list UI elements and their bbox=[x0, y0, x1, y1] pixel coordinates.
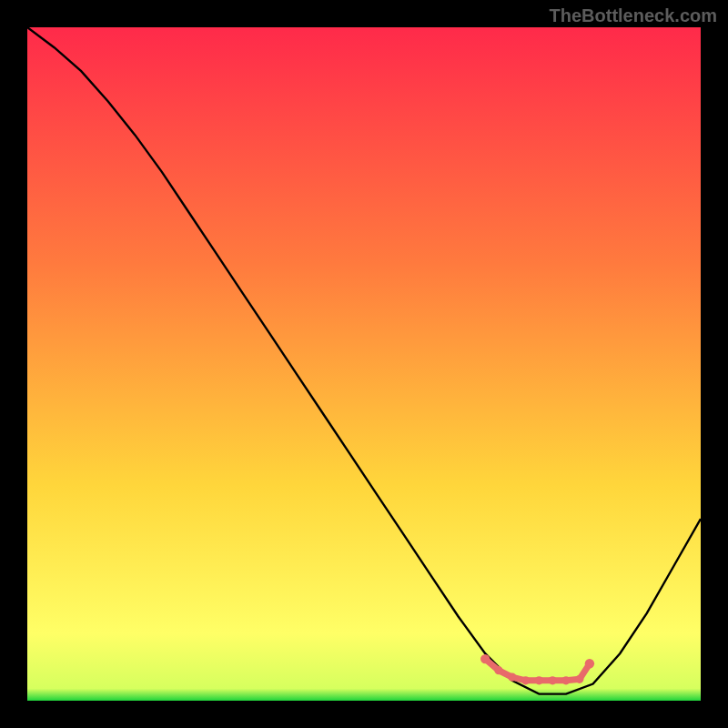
marker-dot bbox=[549, 676, 557, 684]
marker-dot bbox=[585, 659, 594, 668]
marker-dot bbox=[494, 666, 502, 674]
marker-dot bbox=[480, 654, 490, 663]
marker-dot bbox=[535, 676, 543, 684]
plot-area bbox=[27, 27, 701, 701]
watermark-text: TheBottleneck.com bbox=[550, 5, 717, 26]
marker-dot bbox=[521, 676, 530, 684]
plot-svg bbox=[27, 27, 701, 701]
marker-dot bbox=[575, 675, 583, 683]
chart-container: TheBottleneck.com bbox=[0, 0, 728, 728]
marker-dot bbox=[561, 676, 570, 684]
marker-dot bbox=[508, 673, 516, 682]
